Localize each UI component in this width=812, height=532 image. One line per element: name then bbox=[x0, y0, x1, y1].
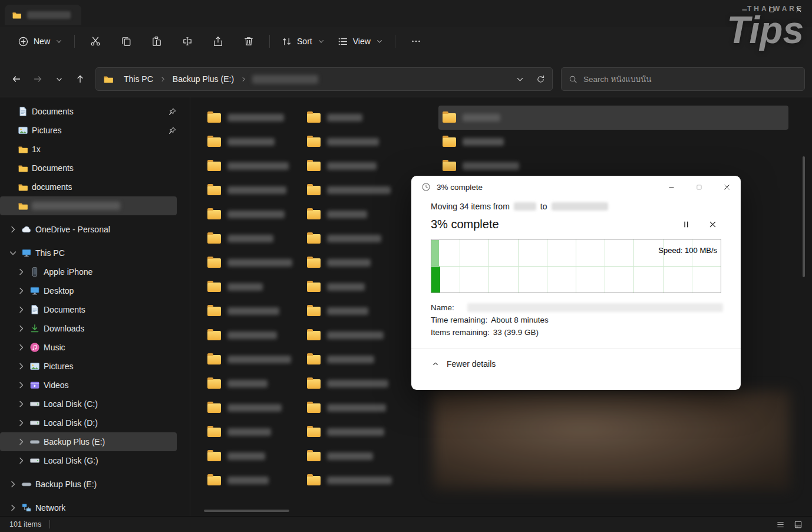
file-item[interactable] bbox=[203, 251, 303, 275]
sidebar-item-desktop[interactable]: Desktop bbox=[0, 281, 177, 300]
file-item[interactable] bbox=[438, 154, 788, 178]
file-item[interactable] bbox=[203, 323, 303, 347]
sidebar-item-1x[interactable]: 1x bbox=[0, 140, 177, 159]
monitor-icon bbox=[21, 248, 32, 258]
sidebar-item-backup-plus-e[interactable]: Backup Plus (E:) bbox=[0, 432, 177, 451]
dialog-titlebar[interactable]: 3% complete bbox=[411, 176, 741, 198]
dialog-close-button[interactable] bbox=[713, 176, 741, 198]
window-maximize-button[interactable] bbox=[758, 0, 785, 19]
chevron-right-icon[interactable] bbox=[16, 380, 26, 390]
file-item[interactable] bbox=[203, 130, 303, 154]
dialog-minimize-button[interactable] bbox=[658, 176, 685, 198]
blurred-filename bbox=[227, 138, 275, 146]
search-box[interactable] bbox=[561, 67, 805, 91]
file-item[interactable] bbox=[438, 130, 788, 154]
sidebar-item-backup-plus-e[interactable]: Backup Plus (E:) bbox=[0, 475, 177, 494]
chevron-down-icon[interactable] bbox=[8, 248, 18, 258]
recent-locations-button[interactable] bbox=[48, 68, 70, 90]
sort-button[interactable]: Sort bbox=[275, 31, 331, 52]
sidebar-item-music[interactable]: Music bbox=[0, 338, 177, 357]
copy-button[interactable] bbox=[111, 31, 141, 52]
chevron-right-icon[interactable] bbox=[16, 343, 26, 352]
file-item[interactable] bbox=[203, 106, 303, 130]
chevron-right-icon[interactable] bbox=[16, 267, 26, 277]
new-button[interactable]: New bbox=[12, 31, 69, 52]
horizontal-scrollbar[interactable] bbox=[204, 510, 289, 512]
sidebar-item-pictures[interactable]: Pictures bbox=[0, 121, 177, 140]
file-item[interactable] bbox=[203, 420, 303, 444]
sidebar-item-apple-iphone[interactable]: Apple iPhone bbox=[0, 262, 177, 281]
sidebar-item-network[interactable]: Network bbox=[0, 498, 177, 516]
sidebar-item-blurred-folder[interactable] bbox=[0, 196, 177, 215]
window-close-button[interactable] bbox=[785, 0, 812, 19]
refresh-icon[interactable] bbox=[536, 75, 545, 84]
file-item[interactable] bbox=[203, 347, 303, 372]
file-item[interactable] bbox=[438, 106, 788, 130]
share-button[interactable] bbox=[203, 31, 233, 52]
forward-button[interactable] bbox=[27, 68, 48, 90]
file-item[interactable] bbox=[203, 154, 303, 178]
fewer-details-toggle[interactable]: Fewer details bbox=[431, 349, 723, 369]
address-dropdown-icon[interactable] bbox=[516, 75, 524, 84]
back-button[interactable] bbox=[6, 68, 27, 90]
file-item[interactable] bbox=[203, 275, 303, 299]
pause-button[interactable] bbox=[682, 220, 691, 229]
file-item[interactable] bbox=[303, 130, 438, 154]
file-item[interactable] bbox=[303, 396, 438, 420]
cut-button[interactable] bbox=[80, 31, 111, 52]
sidebar-item-documents[interactable]: Documents bbox=[0, 300, 177, 319]
rename-button[interactable] bbox=[172, 31, 203, 52]
file-item[interactable] bbox=[303, 468, 438, 492]
folder-icon bbox=[207, 379, 221, 389]
large-icons-view-icon[interactable] bbox=[794, 520, 803, 529]
sidebar-item-documents[interactable]: Documents bbox=[0, 102, 177, 121]
file-item[interactable] bbox=[303, 106, 438, 130]
sidebar-item-onedrive-personal[interactable]: OneDrive - Personal bbox=[0, 220, 177, 239]
file-item[interactable] bbox=[203, 468, 303, 492]
address-bar[interactable]: This PC Backup Plus (E:) bbox=[95, 67, 553, 91]
more-options-button[interactable] bbox=[401, 31, 431, 52]
file-item[interactable] bbox=[203, 178, 303, 202]
chevron-right-icon[interactable] bbox=[16, 324, 26, 333]
window-minimize-button[interactable] bbox=[731, 0, 758, 19]
sidebar-item-local-disk-c[interactable]: Local Disk (C:) bbox=[0, 395, 177, 413]
explorer-tab[interactable] bbox=[5, 5, 81, 25]
sidebar-item-pictures[interactable]: Pictures bbox=[0, 357, 177, 376]
file-item[interactable] bbox=[303, 420, 438, 444]
sidebar-item-documents[interactable]: documents bbox=[0, 178, 177, 196]
chevron-right-icon[interactable] bbox=[16, 286, 26, 295]
chevron-right-icon[interactable] bbox=[8, 503, 18, 513]
file-item[interactable] bbox=[203, 396, 303, 420]
chevron-right-icon[interactable] bbox=[16, 418, 26, 428]
dialog-maximize-button[interactable] bbox=[685, 176, 713, 198]
view-button[interactable]: View bbox=[331, 31, 390, 52]
sidebar-item-downloads[interactable]: Downloads bbox=[0, 319, 177, 338]
file-item[interactable] bbox=[203, 202, 303, 226]
cancel-button[interactable] bbox=[708, 220, 717, 229]
details-view-icon[interactable] bbox=[776, 520, 785, 529]
file-item[interactable] bbox=[203, 444, 303, 468]
file-item[interactable] bbox=[303, 154, 438, 178]
chevron-right-icon[interactable] bbox=[16, 437, 26, 446]
chevron-right-icon[interactable] bbox=[16, 362, 26, 371]
chevron-right-icon[interactable] bbox=[16, 305, 26, 314]
search-input[interactable] bbox=[583, 75, 797, 84]
breadcrumb-this-pc[interactable]: This PC bbox=[120, 73, 157, 86]
sidebar-item-documents[interactable]: Documents bbox=[0, 159, 177, 178]
file-item[interactable] bbox=[303, 444, 438, 468]
chevron-right-icon[interactable] bbox=[16, 456, 26, 465]
breadcrumb-backup-plus-e[interactable]: Backup Plus (E:) bbox=[169, 73, 237, 86]
sidebar-item-this-pc[interactable]: This PC bbox=[0, 244, 177, 262]
file-item[interactable] bbox=[203, 299, 303, 323]
chevron-right-icon[interactable] bbox=[16, 399, 26, 409]
up-button[interactable] bbox=[70, 68, 91, 90]
chevron-right-icon[interactable] bbox=[8, 225, 18, 234]
paste-button[interactable] bbox=[141, 31, 172, 52]
file-item[interactable] bbox=[203, 372, 303, 396]
chevron-right-icon[interactable] bbox=[8, 480, 18, 489]
file-item[interactable] bbox=[203, 226, 303, 251]
sidebar-item-local-disk-g[interactable]: Local Disk (G:) bbox=[0, 451, 177, 470]
delete-button[interactable] bbox=[233, 31, 264, 52]
sidebar-item-local-disk-d[interactable]: Local Disk (D:) bbox=[0, 413, 177, 432]
sidebar-item-videos[interactable]: Videos bbox=[0, 376, 177, 395]
